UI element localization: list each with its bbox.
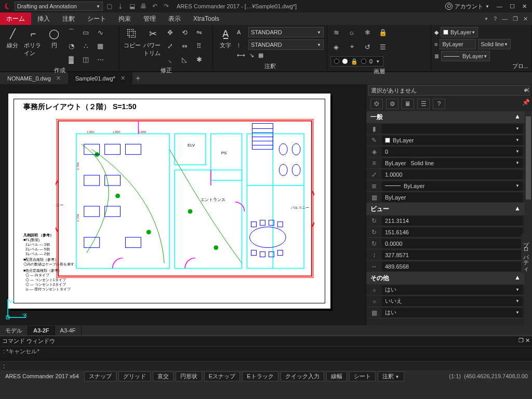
mdi-minimize-icon[interactable]: — [502,16,508,22]
status-etrack[interactable]: Eトラック [242,371,278,381]
tab-home[interactable]: ホーム [0,12,31,25]
sheet-tab[interactable]: A3-4F [55,326,82,335]
prop-vz[interactable]: 0.0000 [382,239,523,248]
tab-xtratools[interactable]: XtraTools [187,12,225,25]
tab-sheet[interactable]: シート [81,12,112,25]
color-combo[interactable]: ByLayer▼ [441,27,478,37]
status-esnap[interactable]: Eスナップ [204,371,240,381]
layer-manager-icon[interactable]: ≋ [330,27,342,37]
region-icon[interactable]: ▦ [95,41,106,51]
prop-lineweight[interactable]: ByLayer▼ [382,181,523,191]
section-other[interactable]: その他▲ [366,272,525,284]
workspace-selector[interactable]: Drafting and Annotation▼ [15,2,103,11]
prop-o2[interactable]: いいえ▼ [382,297,523,306]
add-tab-button[interactable]: ＋ [132,73,144,83]
section-general[interactable]: 一般▲ [366,111,525,123]
save-icon[interactable]: ⬓ [128,2,136,10]
chamfer-icon[interactable]: ◺ [179,54,190,64]
status-quick[interactable]: クイック入力 [281,371,324,381]
copy-button[interactable]: ⿻コピー [123,27,141,49]
account-button[interactable]: アカウント ▼ [445,3,489,10]
textstyle-combo[interactable]: STANDARD▼ [248,27,324,37]
fillet-icon[interactable]: ◟ [164,54,176,64]
cmd-close-icon[interactable]: ✕ [525,337,530,343]
prop-o1[interactable]: はい▼ [382,285,523,295]
table-icon[interactable]: ▦ [258,52,263,59]
tab-insert[interactable]: 挿入 [31,12,56,25]
dropdown-icon[interactable]: ▼ [484,17,488,21]
prop-vy[interactable]: 151.6146 [382,228,523,237]
prop-vx[interactable]: 211.3114 [382,216,523,225]
palette-close-icon[interactable]: ✕ [524,86,530,94]
mdi-restore-icon[interactable]: ❐ [513,16,518,22]
prop-field[interactable]: ▼ [382,124,523,134]
gradient-icon[interactable]: ◫ [80,54,91,64]
array-icon[interactable]: ⠿ [193,41,205,51]
move-icon[interactable]: ✥ [164,27,176,37]
prop-vw[interactable]: 489.6568 [382,262,523,271]
status-snap[interactable]: スナップ [84,371,116,381]
line-button[interactable]: ╱線分 [3,27,22,49]
layer-state-icon[interactable]: ☰ [377,42,389,52]
layer-combo[interactable]: 🔒 0 ▼ [330,56,383,66]
linetype-combo[interactable]: ByLayer [440,39,476,49]
arc-icon[interactable]: ⌒ [65,27,77,37]
status-lw[interactable]: 線幅 [326,371,347,381]
circle-button[interactable]: ◯円 [45,27,63,49]
prop-vh[interactable]: 327.8571 [382,250,523,260]
calc-icon[interactable]: 🖩 [402,99,414,109]
status-grid[interactable]: グリッド [118,371,151,381]
quicksel-icon[interactable]: ⚙ [386,99,398,109]
rotate-icon[interactable]: ⟲ [179,27,190,37]
prop-o3[interactable]: はい▼ [382,308,523,317]
spline-icon[interactable]: ∿ [95,27,106,37]
linetype-icon[interactable]: ≡ [434,41,437,47]
powertrim-button[interactable]: ✂パワートリム [143,27,162,57]
status-polar[interactable]: 円形状 [176,371,202,381]
scale-icon[interactable]: ⤢ [164,41,176,51]
color-icon[interactable]: ◆ [434,29,438,36]
palette-pin-icon[interactable]: 📌 [522,99,530,106]
layer-on-icon[interactable]: ☼ [346,27,357,37]
rect-icon[interactable]: ▭ [80,27,91,37]
new-icon[interactable]: ▢ [105,2,113,10]
cmd-undock-icon[interactable]: ❐ [518,337,524,343]
dimstyle-combo[interactable]: STANDARD▼ [248,39,324,50]
tab-close-icon[interactable]: ✕ [121,75,125,82]
tab-constrain[interactable]: 拘束 [112,12,137,25]
pick-icon[interactable]: ⯐ [370,99,383,109]
layer-lock-icon[interactable]: 🔒 [377,27,389,37]
scrollbar[interactable] [525,111,532,325]
ellipse-icon[interactable]: ◔ [65,41,77,51]
lineweight-icon[interactable]: ≣ [434,53,439,60]
app-logo-icon[interactable] [2,1,12,11]
help-icon[interactable]: ? [433,99,445,109]
status-sheet[interactable]: シート [349,371,376,381]
close-icon[interactable]: ✕ [522,3,527,10]
command-input[interactable]: : [0,361,532,370]
point-icon[interactable]: ∴ [80,41,91,51]
stretch-icon[interactable]: ⇔ [179,41,190,51]
toggle-icon[interactable]: ☰ [417,99,430,109]
prop-color[interactable]: ByLayer▼ [382,136,523,145]
prop-scale[interactable]: 1.0000 [382,170,523,179]
layer-iso-icon[interactable]: ◈ [330,42,342,52]
mirror-icon[interactable]: ⇋ [193,27,205,37]
section-view[interactable]: ビュー▲ [366,203,525,215]
tab-annotate[interactable]: 注釈 [56,12,81,25]
status-ann[interactable]: 注釈 ▼ [378,371,404,381]
open-icon[interactable]: ⭳ [116,2,125,10]
tab-manage[interactable]: 管理 [137,12,162,25]
palette-title[interactable]: プロパティ [521,234,531,273]
explode-icon[interactable]: ✱ [193,54,205,64]
doc-tab-active[interactable]: Sample01.dwg*✕ [68,72,132,85]
leader-icon[interactable]: ↘ [249,52,254,59]
dim-icon[interactable]: ⟷ [237,52,245,59]
selection-combo[interactable]: 選択がありません▼ [368,85,530,96]
sheet-tab-model[interactable]: モデル [0,326,28,335]
prop-layer[interactable]: 0▼ [382,147,523,156]
tab-view[interactable]: 表示 [162,12,187,25]
undo-icon[interactable]: ↶ [151,2,159,10]
status-ortho[interactable]: 直交 [153,371,174,381]
tab-close-icon[interactable]: ✕ [56,75,61,82]
